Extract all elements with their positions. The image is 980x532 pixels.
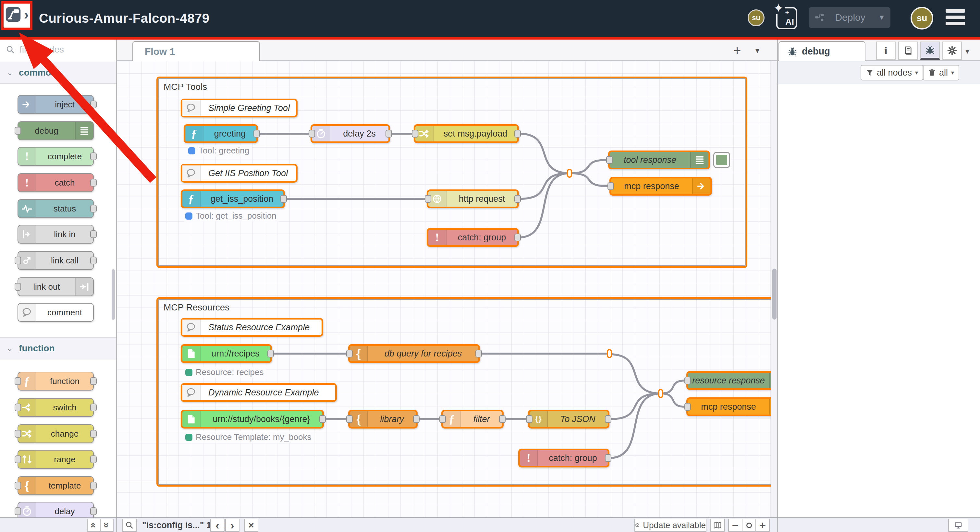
input-port[interactable]	[608, 182, 614, 190]
flow-list-caret[interactable]: ▾	[756, 46, 759, 55]
zoom-out-button[interactable]: −	[728, 519, 743, 532]
input-port[interactable]	[14, 482, 21, 489]
palette-category-function[interactable]: ⌄function	[0, 337, 116, 359]
output-port[interactable]	[267, 350, 274, 357]
input-port[interactable]	[14, 127, 21, 135]
palette-collapse-all-button[interactable]: «	[87, 519, 100, 532]
palette-category-common[interactable]: ⌄common	[0, 62, 116, 84]
output-port[interactable]	[253, 130, 260, 138]
output-port[interactable]	[90, 152, 97, 160]
input-port[interactable]	[14, 283, 21, 291]
node-urn-study-books-genre[interactable]: urn://study/books/{genre}	[181, 410, 324, 429]
input-port[interactable]	[346, 350, 353, 357]
canvas-scrollbar[interactable]	[771, 61, 777, 518]
node-catch-group[interactable]: !catch: group	[427, 228, 519, 247]
output-port[interactable]	[514, 130, 521, 138]
wire-junction[interactable]	[658, 389, 663, 398]
zoom-reset-button[interactable]	[742, 519, 756, 532]
output-port[interactable]	[90, 430, 97, 438]
output-port[interactable]	[90, 403, 97, 411]
palette-search[interactable]	[0, 40, 116, 60]
input-port[interactable]	[526, 415, 533, 423]
palette-scrollbar[interactable]	[111, 269, 115, 320]
canvas-search-button[interactable]	[122, 519, 137, 532]
node-mcp-response[interactable]: mcp response	[686, 397, 777, 416]
search-next-button[interactable]: ›	[225, 519, 239, 532]
input-port[interactable]	[309, 130, 315, 138]
tab-debug[interactable]: debug	[778, 41, 865, 61]
input-port[interactable]	[412, 130, 418, 138]
node-library[interactable]: {library	[348, 410, 418, 429]
input-port[interactable]	[684, 376, 691, 384]
palette-node-range[interactable]: range	[18, 450, 94, 469]
node-to-json[interactable]: {}To JSON	[528, 410, 609, 429]
output-port[interactable]	[413, 415, 420, 423]
output-port[interactable]	[476, 350, 482, 357]
input-port[interactable]	[606, 156, 612, 164]
palette-node-link-call[interactable]: link call	[18, 251, 94, 270]
output-port[interactable]	[385, 130, 392, 138]
output-port[interactable]	[514, 233, 521, 241]
tab-flow-1[interactable]: Flow 1	[132, 41, 260, 61]
palette-node-complete[interactable]: !complete	[18, 147, 94, 166]
node-mcp-response[interactable]: mcp response	[609, 177, 712, 195]
output-port[interactable]	[90, 377, 97, 385]
output-port[interactable]	[90, 257, 97, 264]
node-tool-response[interactable]: tool response	[608, 151, 710, 169]
debug-tab-button[interactable]	[920, 41, 940, 60]
palette-node-delay[interactable]: delay	[18, 502, 94, 518]
input-port[interactable]	[684, 403, 691, 411]
palette-node-switch[interactable]: switch	[18, 398, 94, 417]
output-port[interactable]	[90, 179, 97, 187]
flow-canvas[interactable]: MCP ToolsMCP ResourcesSimple Greeting To…	[117, 40, 777, 518]
node-urn-recipes[interactable]: urn://recipes	[181, 344, 272, 363]
zoom-in-button[interactable]: +	[756, 519, 770, 532]
palette-node-debug[interactable]: debug	[18, 121, 94, 140]
info-tab-button[interactable]: i	[876, 41, 896, 60]
input-port[interactable]	[346, 415, 353, 423]
input-port[interactable]	[14, 377, 21, 385]
wire-junction[interactable]	[567, 169, 572, 178]
palette-node-comment[interactable]: comment	[18, 303, 94, 322]
comment-node-dynamic-resource-example[interactable]: Dynamic Resource Example	[181, 383, 337, 402]
avatar-small[interactable]: su	[748, 10, 765, 26]
palette-node-catch[interactable]: !catch	[18, 173, 94, 192]
node-http-request[interactable]: http request	[427, 189, 519, 208]
output-port[interactable]	[90, 205, 97, 213]
palette-expand-all-button[interactable]: »	[100, 519, 114, 532]
input-port[interactable]	[425, 195, 431, 203]
comment-node-status-resource-example[interactable]: Status Resource Example	[181, 318, 323, 337]
output-port[interactable]	[90, 507, 97, 515]
output-port[interactable]	[90, 456, 97, 463]
palette-node-link-in[interactable]: link in	[18, 225, 94, 244]
node-get-iss-position[interactable]: ƒget_iss_position	[181, 189, 285, 208]
node-greeting[interactable]: ƒgreeting	[184, 124, 258, 143]
output-port[interactable]	[514, 195, 521, 203]
minimap-button[interactable]	[710, 519, 725, 532]
ai-assistant-button[interactable]: ✦ ✦ AI	[776, 7, 797, 29]
deploy-button[interactable]: Deploy ▼	[809, 7, 891, 28]
output-port[interactable]	[90, 482, 97, 489]
palette-node-change[interactable]: change	[18, 424, 94, 443]
node-filter[interactable]: ƒfilter	[441, 410, 504, 429]
node-set-msg-payload[interactable]: set msg.payload	[414, 124, 519, 143]
palette-filter-input[interactable]	[19, 44, 100, 55]
output-port[interactable]	[499, 415, 506, 423]
palette-node-inject[interactable]: inject	[18, 95, 94, 114]
input-port[interactable]	[14, 430, 21, 438]
update-available-button[interactable]: Update available	[635, 519, 706, 532]
search-close-button[interactable]: ×	[244, 519, 258, 532]
comment-node-get-iis-position-tool[interactable]: Get IIS Position Tool	[181, 164, 298, 183]
palette-node-status[interactable]: status	[18, 199, 94, 218]
palette-node-function[interactable]: ƒfunction	[18, 372, 94, 391]
output-port[interactable]	[605, 454, 611, 462]
wire-junction[interactable]	[607, 349, 612, 358]
input-port[interactable]	[14, 456, 21, 463]
avatar-user-menu[interactable]: su	[910, 7, 933, 30]
output-port[interactable]	[280, 195, 287, 203]
add-flow-button[interactable]: +	[733, 43, 741, 58]
sidebar-tabs-caret[interactable]: ▾	[966, 47, 969, 56]
output-port[interactable]	[90, 230, 97, 238]
node-delay-2s[interactable]: delay 2s	[310, 124, 390, 143]
debug-enable-toggle[interactable]	[713, 152, 730, 168]
